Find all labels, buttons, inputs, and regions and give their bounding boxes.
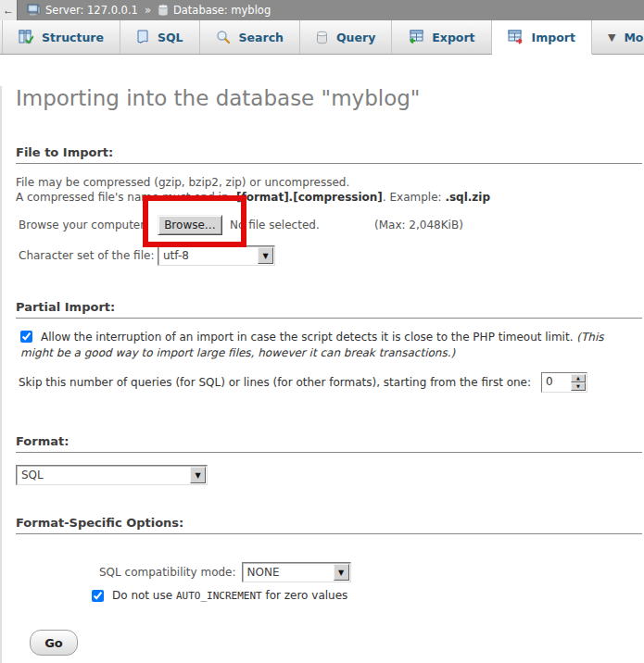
spinner-up-button[interactable]: ▲ — [571, 374, 586, 382]
chevron-down-icon: ▼ — [608, 31, 615, 44]
auto-increment-row: Do not use AUTO_INCREMENT for zero value… — [92, 589, 644, 602]
allow-interruption-row: Allow the interruption of an import in c… — [20, 330, 630, 361]
charset-row: Character set of the file: utf-8 ▼ — [19, 245, 630, 266]
charset-selected-value: utf-8 — [158, 249, 258, 262]
tab-import[interactable]: Import — [492, 20, 592, 55]
breadcrumb: Server: 127.0.0.1 » Database: myblog — [27, 4, 271, 17]
auto-increment-code: AUTO_INCREMENT — [176, 590, 262, 602]
back-button[interactable]: ← — [0, 0, 18, 20]
dropdown-arrow-icon: ▼ — [258, 247, 273, 264]
dropdown-arrow-icon: ▼ — [334, 564, 349, 581]
dropdown-arrow-icon: ▼ — [190, 467, 206, 483]
sql-icon — [136, 30, 149, 44]
tab-query[interactable]: Query — [300, 20, 392, 54]
tab-export[interactable]: Export — [392, 20, 491, 54]
allow-interruption-label: Allow the interruption of an import in c… — [41, 331, 576, 344]
sql-compatibility-select[interactable]: NONE ▼ — [242, 562, 351, 582]
sql-compatibility-value: NONE — [243, 566, 334, 579]
charset-label: Character set of the file: — [19, 249, 158, 262]
import-icon — [508, 30, 524, 44]
tab-label: Query — [336, 31, 375, 44]
browse-file-row: Browse your computer: Browse… No file se… — [19, 214, 630, 236]
main-content: Importing into the database "myblog" Fil… — [0, 86, 644, 663]
search-icon — [216, 30, 231, 44]
breadcrumb-database-link[interactable]: Database: myblog — [173, 4, 271, 17]
spinner-controls: ▲ ▼ — [571, 374, 586, 391]
tab-label: Structure — [42, 31, 104, 44]
section-heading-format: Format: — [16, 434, 642, 453]
skip-queries-row: Skip this number of queries (for SQL) or… — [19, 372, 630, 393]
example-label: . Example: — [383, 191, 446, 204]
skip-queries-value: 0 — [542, 373, 570, 392]
charset-select[interactable]: utf-8 ▼ — [158, 245, 275, 266]
breadcrumb-bar: ← Server: 127.0.0.1 » Database: myblog — [0, 0, 644, 20]
database-icon — [158, 4, 169, 17]
skip-queries-label: Skip this number of queries (for SQL) or… — [19, 376, 531, 389]
tab-more[interactable]: ▼ More — [592, 20, 644, 54]
auto-increment-label-prefix: Do not use — [112, 589, 176, 602]
export-icon — [408, 30, 423, 44]
query-icon — [316, 31, 328, 44]
breadcrumb-separator: » — [145, 4, 151, 17]
format-selected-value: SQL — [17, 469, 190, 482]
tab-structure[interactable]: Structure — [2, 20, 120, 54]
browse-label: Browse your computer: — [19, 219, 158, 231]
auto-increment-label: Do not use AUTO_INCREMENT for zero value… — [112, 589, 347, 602]
section-heading-file-to-import: File to Import: — [16, 145, 642, 164]
section-heading-format-specific-options: Format-Specific Options: — [16, 516, 642, 534]
example-extension: .sql.zip — [445, 191, 490, 204]
compression-note-line2: A compressed file's name must end in — [16, 191, 232, 204]
section-heading-partial-import: Partial Import: — [16, 300, 642, 319]
skip-queries-input[interactable]: 0 ▲ ▼ — [541, 372, 587, 393]
structure-icon — [19, 30, 33, 44]
no-file-selected-text: No file selected. — [230, 219, 320, 231]
tab-sql[interactable]: SQL — [120, 20, 200, 54]
format-compression-pattern: .[format].[compression] — [232, 191, 382, 204]
tab-label: Export — [432, 31, 474, 44]
tab-label: Import — [532, 31, 575, 44]
server-icon — [27, 4, 41, 17]
auto-increment-checkbox[interactable] — [92, 590, 104, 602]
spinner-down-button[interactable]: ▼ — [571, 382, 586, 391]
tab-label: SQL — [158, 31, 183, 44]
tab-label: Search — [239, 31, 284, 44]
breadcrumb-server-link[interactable]: Server: 127.0.0.1 — [45, 4, 138, 17]
tab-label: More — [624, 31, 644, 44]
sql-compatibility-row: SQL compatibility mode: NONE ▼ — [99, 562, 644, 582]
allow-interruption-checkbox[interactable] — [20, 331, 32, 343]
page-title: Importing into the database "myblog" — [16, 86, 644, 110]
format-select[interactable]: SQL ▼ — [16, 465, 208, 485]
compression-note-line1: File may be compressed (gzip, bzip2, zip… — [16, 176, 349, 189]
sql-compatibility-label: SQL compatibility mode: — [99, 566, 236, 579]
auto-increment-label-suffix: for zero values — [262, 589, 348, 602]
max-upload-size: (Max: 2,048KiB) — [374, 219, 463, 231]
tab-bar: Structure SQL Search Query Export Import… — [0, 20, 644, 55]
go-button[interactable]: Go — [30, 630, 78, 656]
browse-button[interactable]: Browse… — [158, 215, 222, 235]
tab-search[interactable]: Search — [200, 20, 300, 54]
format-select-row: SQL ▼ — [16, 465, 644, 485]
compression-note: File may be compressed (gzip, bzip2, zip… — [16, 175, 630, 205]
